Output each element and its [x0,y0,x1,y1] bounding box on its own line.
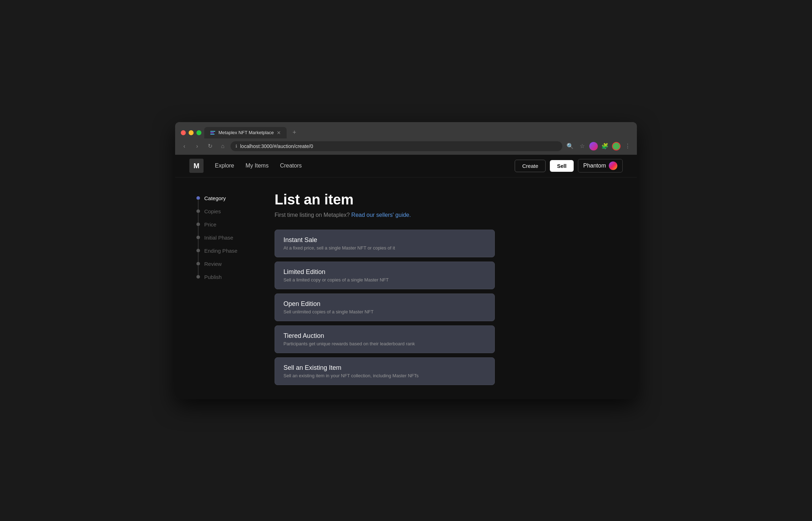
sidebar-label-category: Category [204,195,226,201]
nav-my-items[interactable]: My Items [245,163,269,169]
sidebar-item-review[interactable]: Review [196,257,253,270]
category-title-instant-sale: Instant Sale [283,236,486,244]
more-options-icon[interactable]: ⋮ [623,141,633,151]
sidebar-dot-publish [196,275,200,279]
sidebar: Category Copies Price Initial Phase [196,192,253,385]
page-subtitle: First time listing on Metaplex? Read our… [275,212,616,218]
profile-avatar[interactable] [589,142,598,150]
browser-nav: ‹ › ↻ ⌂ ℹ localhost:3000/#/auction/creat… [175,138,637,155]
maximize-button[interactable] [196,130,201,135]
minimize-button[interactable] [189,130,194,135]
category-desc-sell-existing: Sell an existing item in your NFT collec… [283,373,486,378]
nav-left: M Explore My Items Creators [189,159,302,173]
sidebar-item-publish[interactable]: Publish [196,270,253,284]
category-title-limited-edition: Limited Edition [283,268,486,276]
main-layout: Category Copies Price Initial Phase [175,177,637,399]
sellers-guide-link[interactable]: Read our sellers' guide. [351,212,411,218]
sidebar-item-initial-phase[interactable]: Initial Phase [196,231,253,244]
page-title: List an item [275,192,616,208]
active-tab[interactable]: Metaplex NFT Marketplace ✕ [204,127,287,138]
tab-favicon [210,130,216,136]
tab-close-icon[interactable]: ✕ [277,130,281,136]
forward-button[interactable]: › [192,141,202,151]
window-controls [181,130,201,135]
sidebar-item-price[interactable]: Price [196,218,253,231]
address-bar[interactable]: ℹ localhost:3000/#/auction/create/0 [231,141,562,151]
tab-title: Metaplex NFT Marketplace [218,130,274,135]
back-button[interactable]: ‹ [179,141,189,151]
category-card-tiered-auction[interactable]: Tiered Auction Participants get unique r… [275,325,495,353]
sidebar-label-review: Review [204,261,222,267]
category-card-instant-sale[interactable]: Instant Sale At a fixed price, sell a si… [275,230,495,257]
sidebar-label-publish: Publish [204,274,222,280]
phantom-wallet-button[interactable]: Phantom [578,159,623,172]
browser-actions: 🔍 ☆ 🧩 ⋮ [565,141,633,151]
app-content: M Explore My Items Creators Create Sell … [175,155,637,399]
sidebar-label-copies: Copies [204,208,221,214]
nav-right: Create Sell Phantom [515,159,623,172]
category-desc-limited-edition: Sell a limited copy or copies of a singl… [283,277,486,283]
phantom-label: Phantom [583,163,606,169]
category-card-limited-edition[interactable]: Limited Edition Sell a limited copy or c… [275,262,495,289]
sidebar-label-initial-phase: Initial Phase [204,235,233,241]
category-title-tiered-auction: Tiered Auction [283,332,486,340]
bookmark-icon[interactable]: ☆ [577,141,587,151]
sidebar-item-ending-phase[interactable]: Ending Phase [196,244,253,257]
content-area: List an item First time listing on Metap… [275,192,616,385]
browser-search-icon[interactable]: 🔍 [565,141,575,151]
logo[interactable]: M [189,159,204,173]
refresh-button[interactable]: ↻ [205,141,215,151]
category-desc-open-edition: Sell unlimited copies of a single Master… [283,309,486,314]
lock-icon: ℹ [236,144,237,149]
sidebar-item-category[interactable]: Category [196,192,253,205]
secondary-avatar[interactable] [612,142,621,150]
category-card-sell-existing[interactable]: Sell an Existing Item Sell an existing i… [275,357,495,385]
category-desc-instant-sale: At a fixed price, sell a single Master N… [283,245,486,251]
category-title-sell-existing: Sell an Existing Item [283,364,486,372]
nav-explore[interactable]: Explore [215,163,234,169]
top-nav: M Explore My Items Creators Create Sell … [175,155,637,177]
subtitle-text: First time listing on Metaplex? [275,212,350,218]
tab-row: Metaplex NFT Marketplace ✕ + [181,127,631,138]
category-desc-tiered-auction: Participants get unique rewards based on… [283,341,486,346]
close-button[interactable] [181,130,186,135]
category-card-open-edition[interactable]: Open Edition Sell unlimited copies of a … [275,294,495,321]
sidebar-label-price: Price [204,221,216,227]
phantom-avatar [609,161,617,170]
extensions-icon[interactable]: 🧩 [600,141,610,151]
sidebar-item-copies[interactable]: Copies [196,205,253,218]
url-text: localhost:3000/#/auction/create/0 [240,143,557,149]
create-button[interactable]: Create [515,160,546,172]
new-tab-button[interactable]: + [289,128,299,138]
sidebar-label-ending-phase: Ending Phase [204,248,237,254]
browser-titlebar: Metaplex NFT Marketplace ✕ + [175,122,637,138]
category-list: Instant Sale At a fixed price, sell a si… [275,230,495,385]
sell-button[interactable]: Sell [550,160,574,172]
category-title-open-edition: Open Edition [283,300,486,308]
home-button[interactable]: ⌂ [218,141,228,151]
nav-creators[interactable]: Creators [280,163,302,169]
browser-window: Metaplex NFT Marketplace ✕ + ‹ › ↻ ⌂ ℹ l… [175,122,637,399]
